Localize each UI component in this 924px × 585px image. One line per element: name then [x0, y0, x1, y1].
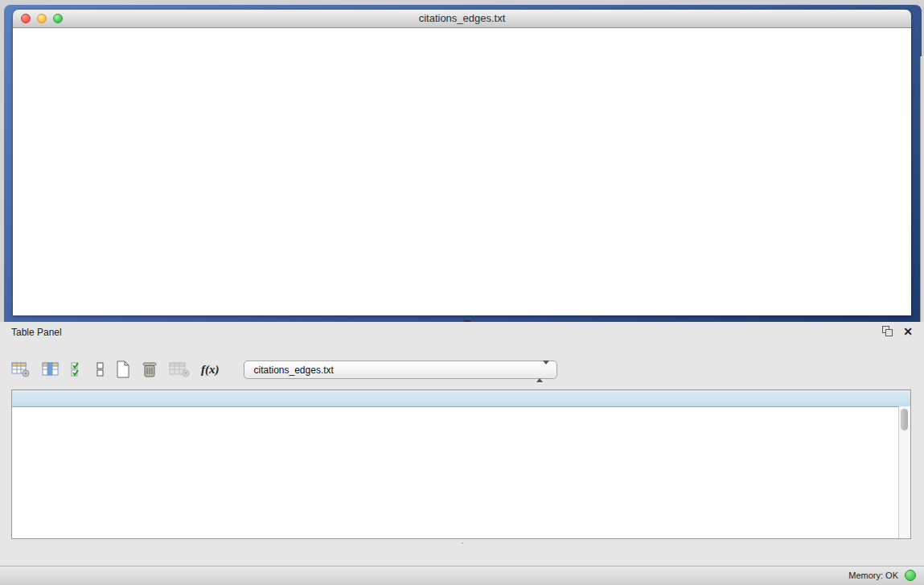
table-tabs — [0, 542, 924, 544]
table-toolbar: f(x) citations_edges.txt — [11, 356, 557, 383]
graph-window[interactable]: citations_edges.txt — [13, 10, 911, 315]
table-panel: Table Panel ✕ f(x) — [0, 322, 924, 585]
function-builder-icon[interactable]: f(x) — [201, 363, 220, 377]
table-vertical-scrollbar[interactable] — [898, 406, 910, 538]
show-columns-icon[interactable] — [42, 361, 60, 377]
close-panel-icon[interactable]: ✕ — [903, 326, 913, 337]
row-height-icon[interactable] — [97, 361, 105, 377]
table-panel-title: Table Panel — [11, 327, 62, 338]
table-mode-icon[interactable] — [11, 361, 31, 377]
graph-window-title: citations_edges.txt — [13, 12, 911, 24]
table-tab-segment — [462, 542, 463, 544]
network-table-selector[interactable]: citations_edges.txt — [244, 360, 557, 379]
network-desktop: citations_edges.txt — [4, 5, 922, 322]
status-bar: Memory: OK — [0, 566, 924, 585]
float-panel-icon[interactable] — [882, 326, 893, 337]
network-canvas[interactable] — [13, 28, 911, 315]
table-panel-header: Table Panel ✕ — [0, 322, 924, 343]
table-header-row — [12, 390, 910, 407]
graph-window-titlebar[interactable]: citations_edges.txt — [13, 10, 911, 28]
network-canvas-svg[interactable] — [13, 28, 911, 315]
create-column-icon[interactable] — [116, 360, 130, 378]
select-all-columns-icon[interactable] — [71, 361, 85, 377]
delete-table-icon — [169, 361, 190, 377]
memory-status-label: Memory: OK — [848, 571, 898, 580]
delete-columns-icon[interactable] — [142, 360, 158, 378]
desktop-edge-right — [920, 56, 924, 322]
network-table-selector-value: citations_edges.txt — [254, 365, 334, 376]
memory-status-icon[interactable] — [905, 570, 916, 581]
app-root: { "window": { "title": "citations_edges.… — [0, 0, 924, 585]
scrollbar-thumb[interactable] — [901, 409, 908, 431]
node-table[interactable] — [11, 389, 911, 539]
selector-stepper-icon — [536, 365, 549, 379]
